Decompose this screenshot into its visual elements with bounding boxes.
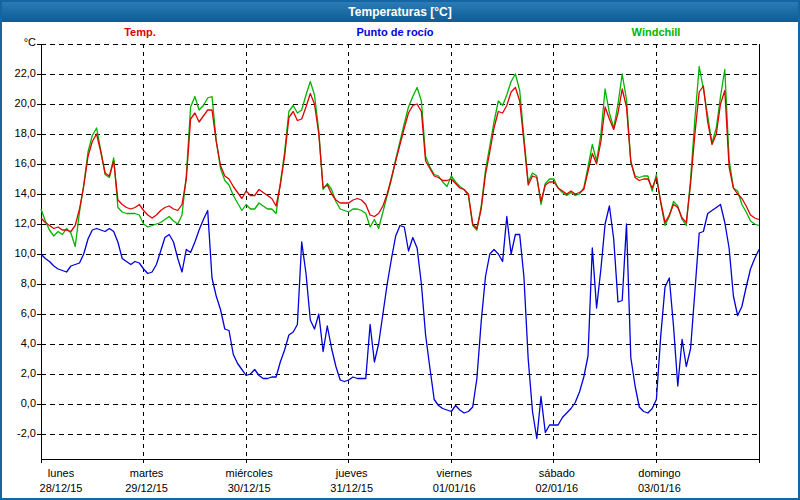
chart-area: °C 22,020,018,016,014,012,010,08,06,04,0… — [2, 22, 798, 498]
y-axis-label: 12,0 — [2, 217, 36, 229]
y-axis-label: 22,0 — [2, 67, 36, 79]
y-axis-label: 18,0 — [2, 127, 36, 139]
y-axis-label: 10,0 — [2, 247, 36, 259]
y-axis-label: 8,0 — [2, 277, 36, 289]
title-bar: Temperaturas [°C] — [2, 2, 798, 22]
legend-item-punto-de-roc-o: Punto de rocío — [357, 26, 434, 38]
h-gridlines — [41, 44, 759, 434]
y-axis-unit: °C — [2, 36, 36, 48]
series-line-punto-de-roc-o — [41, 205, 759, 439]
x-axis-day-label: miércoles30/12/15 — [211, 466, 287, 496]
y-axis-label: 16,0 — [2, 157, 36, 169]
day-name: lunes — [23, 466, 99, 481]
day-date: 01/01/16 — [416, 481, 492, 496]
x-axis-day-label: sábado02/01/16 — [519, 466, 595, 496]
day-date: 29/12/15 — [109, 481, 185, 496]
day-date: 28/12/15 — [23, 481, 99, 496]
x-axis-day-label: viernes01/01/16 — [416, 466, 492, 496]
x-axis-day-label: jueves31/12/15 — [314, 466, 390, 496]
v-gridlines — [144, 44, 657, 459]
day-date: 02/01/16 — [519, 481, 595, 496]
y-axis-label: 2,0 — [2, 367, 36, 379]
legend-item-windchill: Windchill — [632, 26, 681, 38]
day-name: sábado — [519, 466, 595, 481]
day-name: jueves — [314, 466, 390, 481]
legend-item-temp-: Temp. — [124, 26, 156, 38]
axis-ticks — [37, 44, 759, 463]
y-axis-label: -2,0 — [2, 427, 36, 439]
y-axis-label: 0,0 — [2, 397, 36, 409]
plot-frame — [41, 44, 759, 459]
day-name: martes — [109, 466, 185, 481]
day-name: miércoles — [211, 466, 287, 481]
y-axis-label: 20,0 — [2, 97, 36, 109]
series-line-temp- — [41, 86, 759, 232]
y-axis-label: 14,0 — [2, 187, 36, 199]
day-name: viernes — [416, 466, 492, 481]
day-date: 31/12/15 — [314, 481, 390, 496]
day-date: 03/01/16 — [621, 481, 697, 496]
y-axis-label: 6,0 — [2, 307, 36, 319]
series-line-windchill — [41, 67, 759, 247]
y-axis-label: 4,0 — [2, 337, 36, 349]
window-title: Temperaturas [°C] — [348, 5, 451, 19]
x-axis-day-label: domingo03/01/16 — [621, 466, 697, 496]
x-axis-day-label: martes29/12/15 — [109, 466, 185, 496]
day-date: 30/12/15 — [211, 481, 287, 496]
temperature-chart — [2, 22, 798, 498]
x-axis-day-label: lunes28/12/15 — [23, 466, 99, 496]
day-name: domingo — [621, 466, 697, 481]
app-window: Temperaturas [°C] °C 22,020,018,016,014,… — [0, 0, 800, 500]
